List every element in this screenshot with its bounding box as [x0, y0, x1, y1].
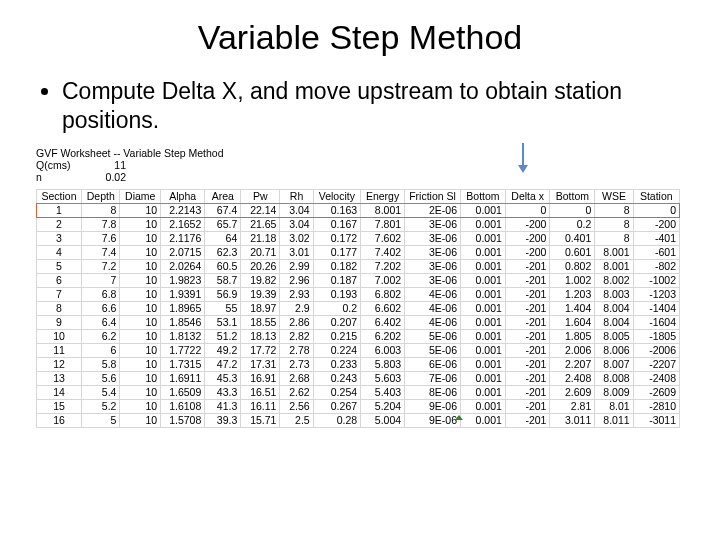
cell: -201	[505, 385, 550, 399]
table-row: 18102.214367.422.143.040.1638.0012E-060.…	[37, 203, 680, 217]
cell: -200	[505, 217, 550, 231]
cell: 0.172	[313, 231, 360, 245]
cell: 8.011	[595, 413, 633, 427]
cell: 6.4	[82, 315, 120, 329]
cell: 0.001	[461, 315, 506, 329]
bullet-item: Compute Delta X, and move upstream to ob…	[62, 77, 680, 135]
cell: -1604	[633, 315, 679, 329]
cell: 5.803	[361, 357, 405, 371]
cell: 2.56	[280, 399, 313, 413]
cell: -802	[633, 259, 679, 273]
cell: 10	[120, 259, 161, 273]
cell: 2.5	[280, 413, 313, 427]
col-header: WSE	[595, 189, 633, 203]
cell: -201	[505, 287, 550, 301]
cell: 13	[37, 371, 82, 385]
table-row: 27.8102.165265.721.653.040.1677.8013E-06…	[37, 217, 680, 231]
cell: 20.71	[241, 245, 280, 259]
table-row: 37.6102.11766421.183.020.1727.6023E-060.…	[37, 231, 680, 245]
cell: 0.163	[313, 203, 360, 217]
cell: 0.001	[461, 203, 506, 217]
cell: 0.001	[461, 357, 506, 371]
cell: 10	[120, 287, 161, 301]
cell: -200	[505, 245, 550, 259]
cell: 0.001	[461, 287, 506, 301]
cell: 19.39	[241, 287, 280, 301]
cell: -1203	[633, 287, 679, 301]
cell: 22.14	[241, 203, 280, 217]
cell: 6.2	[82, 329, 120, 343]
cell: 7.602	[361, 231, 405, 245]
cell: 8.001	[361, 203, 405, 217]
cell: 0.182	[313, 259, 360, 273]
col-header: Station	[633, 189, 679, 203]
cell: 10	[120, 217, 161, 231]
cell: 2.68	[280, 371, 313, 385]
cell: 8.006	[595, 343, 633, 357]
cell: 0.207	[313, 315, 360, 329]
cell: 1.6911	[161, 371, 205, 385]
cell: -2810	[633, 399, 679, 413]
cell: 8	[595, 231, 633, 245]
cell: -201	[505, 301, 550, 315]
cell: -2207	[633, 357, 679, 371]
cell: 3E-06	[405, 245, 461, 259]
cell: 4E-06	[405, 315, 461, 329]
cell: 0.001	[461, 245, 506, 259]
cell: 7.4	[82, 245, 120, 259]
cell: 2.9	[280, 301, 313, 315]
svg-marker-1	[518, 165, 528, 173]
cell: 2.78	[280, 343, 313, 357]
cell: 3	[37, 231, 82, 245]
cell: 10	[120, 357, 161, 371]
cell: 43.3	[205, 385, 241, 399]
cell: 0.001	[461, 399, 506, 413]
cell: 5.6	[82, 371, 120, 385]
cell: 0.401	[550, 231, 595, 245]
cell: 8.004	[595, 301, 633, 315]
cell: 0.001	[461, 329, 506, 343]
cell: 18.97	[241, 301, 280, 315]
cell: 10	[120, 329, 161, 343]
cell: 10	[120, 399, 161, 413]
cell: 11	[37, 343, 82, 357]
cell: 10	[120, 371, 161, 385]
cell: -3011	[633, 413, 679, 427]
cell: -201	[505, 399, 550, 413]
cell: 5	[37, 259, 82, 273]
cell: 3.04	[280, 217, 313, 231]
col-header: Energy	[361, 189, 405, 203]
cell: 15.71	[241, 413, 280, 427]
cell: 45.3	[205, 371, 241, 385]
cell: 8	[37, 301, 82, 315]
cell: 1.203	[550, 287, 595, 301]
cell: -201	[505, 315, 550, 329]
cell: 8.008	[595, 371, 633, 385]
cell: 0.001	[461, 343, 506, 357]
cell: 6.202	[361, 329, 405, 343]
cell: 6.6	[82, 301, 120, 315]
cell: 5.603	[361, 371, 405, 385]
cell: 8.005	[595, 329, 633, 343]
cell: 58.7	[205, 273, 241, 287]
cell: 3E-06	[405, 217, 461, 231]
cell: 1.805	[550, 329, 595, 343]
cell: 3.01	[280, 245, 313, 259]
cell: 8	[82, 203, 120, 217]
cell: -401	[633, 231, 679, 245]
worksheet: GVF Worksheet -- Variable Step Method Q(…	[36, 147, 680, 428]
cell: 2.93	[280, 287, 313, 301]
table-row: 47.4102.071562.320.713.010.1777.4023E-06…	[37, 245, 680, 259]
cell: 6	[37, 273, 82, 287]
cell: 10	[120, 385, 161, 399]
cell: 5.204	[361, 399, 405, 413]
cell: 7.6	[82, 231, 120, 245]
cell: 53.1	[205, 315, 241, 329]
cell: 3.04	[280, 203, 313, 217]
col-header: Bottom	[550, 189, 595, 203]
cell: 1.9391	[161, 287, 205, 301]
table-row: 67101.982358.719.822.960.1877.0023E-060.…	[37, 273, 680, 287]
cell: 0.215	[313, 329, 360, 343]
cell: 7.202	[361, 259, 405, 273]
cell: 1.9823	[161, 273, 205, 287]
